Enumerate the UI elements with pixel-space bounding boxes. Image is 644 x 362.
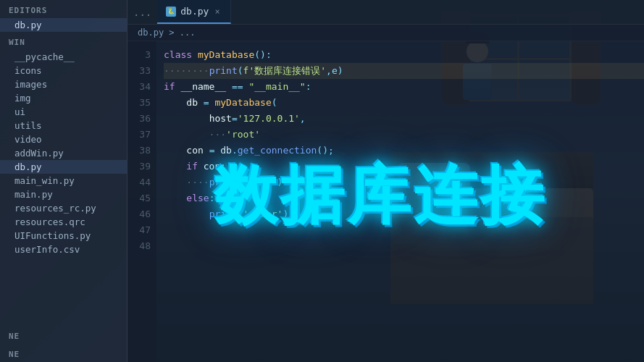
editor-area: ... 🐍 db.py × db.py > ... 3 33 34 35 36 … — [127, 0, 644, 362]
tab-close-button[interactable]: × — [213, 5, 221, 18]
line-num-3: 3 — [127, 47, 151, 63]
sidebar-file-addwinpy[interactable]: addWin.py — [0, 146, 127, 160]
line-numbers: 3 33 34 35 36 37 38 39 44 45 46 47 48 — [127, 41, 156, 362]
line-num-37: 37 — [127, 127, 151, 143]
sidebar-folder-video[interactable]: video — [0, 132, 127, 146]
tab-bar: ... 🐍 db.py × — [127, 0, 644, 25]
sidebar-folder-utils[interactable]: utils — [0, 119, 127, 132]
sidebar-folder-images[interactable]: images — [0, 77, 127, 91]
line-num-38: 38 — [127, 143, 151, 159]
line-num-33: 33 — [127, 63, 151, 79]
line-num-48: 48 — [127, 238, 151, 254]
code-area: 3 33 34 35 36 37 38 39 44 45 46 47 48 cl… — [127, 41, 644, 362]
line-num-44: 44 — [127, 174, 151, 190]
bottom-label-1: NE — [0, 326, 127, 344]
tab-ellipsis: ... — [127, 7, 157, 18]
sidebar-folder-icons[interactable]: icons — [0, 64, 127, 77]
bottom-label-2: NE — [0, 344, 127, 362]
code-line-33: ········print(f'数据库连接错误',e) — [164, 63, 644, 79]
line-num-35: 35 — [127, 95, 151, 111]
sidebar-file-mainwinpy[interactable]: main_win.py — [0, 174, 127, 188]
code-line-38: host='127.0.0.1', — [164, 111, 644, 127]
win-section-label: WIN — [0, 32, 127, 50]
line-num-39: 39 — [127, 159, 151, 174]
sidebar-file-dbpy[interactable]: db.py — [0, 160, 127, 174]
sidebar-folder-ui[interactable]: ui — [0, 105, 127, 119]
breadcrumb: db.py > ... — [127, 25, 644, 41]
code-line-36: if __name__ == "__main__": — [164, 79, 644, 95]
code-line-46: ····print('succ') — [164, 174, 644, 190]
editors-section-label: EDITORS — [0, 0, 127, 18]
sidebar-file-uifunctions[interactable]: UIFunctions.py — [0, 229, 127, 243]
sidebar-folder-pycache[interactable]: __pycache__ — [0, 50, 127, 64]
editor-overlay: EDITORS db.py WIN __pycache__ icons imag… — [0, 0, 644, 362]
code-line-44: con = db.get_connection(); — [164, 143, 644, 159]
line-num-34: 34 — [127, 79, 151, 95]
tab-label: db.py — [180, 6, 209, 17]
sidebar-file-db-py-top[interactable]: db.py — [0, 18, 127, 32]
sidebar-folder-img[interactable]: img — [0, 91, 127, 105]
code-line-48: print('error') — [164, 206, 644, 222]
sidebar: EDITORS db.py WIN __pycache__ icons imag… — [0, 0, 127, 362]
line-num-36: 36 — [127, 111, 151, 127]
code-line-47: else: — [164, 190, 644, 206]
code-line-39: ···'root' — [164, 127, 644, 143]
python-icon: 🐍 — [166, 7, 176, 17]
sidebar-file-resources-rc[interactable]: resources_rc.py — [0, 201, 127, 215]
code-line-3: class myDatabase(): — [164, 47, 644, 63]
line-num-46: 46 — [127, 206, 151, 222]
line-num-47: 47 — [127, 222, 151, 238]
code-content: class myDatabase(): ········print(f'数据库连… — [156, 41, 644, 362]
code-line-37: db = myDatabase( — [164, 95, 644, 111]
line-num-45: 45 — [127, 190, 151, 206]
code-line-45: if con: — [164, 159, 644, 174]
breadcrumb-text: db.py > ... — [138, 28, 195, 38]
sidebar-file-mainpy[interactable]: main.py — [0, 188, 127, 201]
sidebar-file-resources-qrc[interactable]: resources.qrc — [0, 215, 127, 229]
sidebar-file-userinfo[interactable]: userInfo.csv — [0, 243, 127, 256]
tab-db-py[interactable]: 🐍 db.py × — [157, 0, 230, 24]
